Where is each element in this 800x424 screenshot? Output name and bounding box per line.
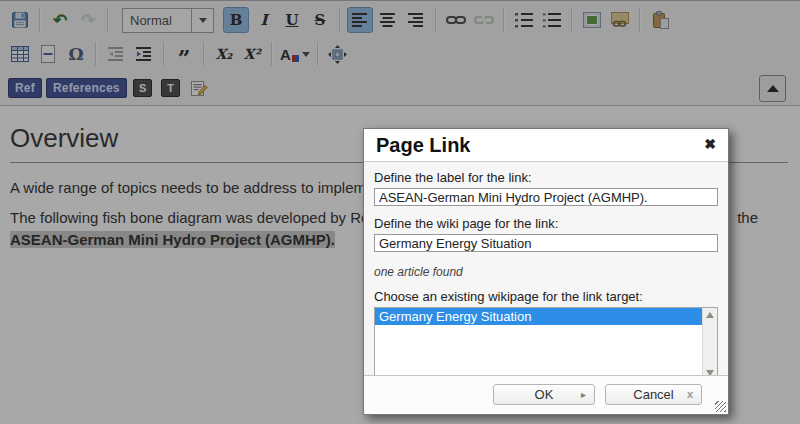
cancel-x-icon: x <box>687 389 693 400</box>
close-icon[interactable]: ✖ <box>704 137 716 151</box>
dialog-titlebar[interactable]: Page Link ✖ <box>364 129 728 162</box>
resize-handle[interactable] <box>715 401 726 412</box>
target-list-label: Choose an existing wikipage for the link… <box>374 289 718 304</box>
cancel-button-label: Cancel <box>633 387 673 402</box>
link-label-field-label: Define the label for the link: <box>374 170 718 185</box>
ok-button[interactable]: OK ▸ <box>493 384 595 405</box>
dialog-footer: OK ▸ Cancel x <box>364 375 728 414</box>
dialog-title: Page Link <box>376 134 470 157</box>
search-status-text: one article found <box>374 265 718 279</box>
page-link-dialog: Page Link ✖ Define the label for the lin… <box>363 128 729 415</box>
wikipage-listbox[interactable]: Germany Energy Situation <box>374 307 718 381</box>
listbox-scrollbar[interactable] <box>702 308 717 380</box>
ok-arrow-icon: ▸ <box>581 390 586 400</box>
cancel-button[interactable]: Cancel x <box>605 384 702 405</box>
wiki-page-field-label: Define the wiki page for the link: <box>374 216 718 231</box>
scroll-up-icon[interactable] <box>706 312 714 318</box>
link-label-input[interactable] <box>374 188 718 206</box>
ok-button-label: OK <box>535 387 554 402</box>
dialog-body: Define the label for the link: Define th… <box>364 162 728 375</box>
wiki-page-input[interactable] <box>374 234 718 252</box>
list-item[interactable]: Germany Energy Situation <box>375 308 702 325</box>
